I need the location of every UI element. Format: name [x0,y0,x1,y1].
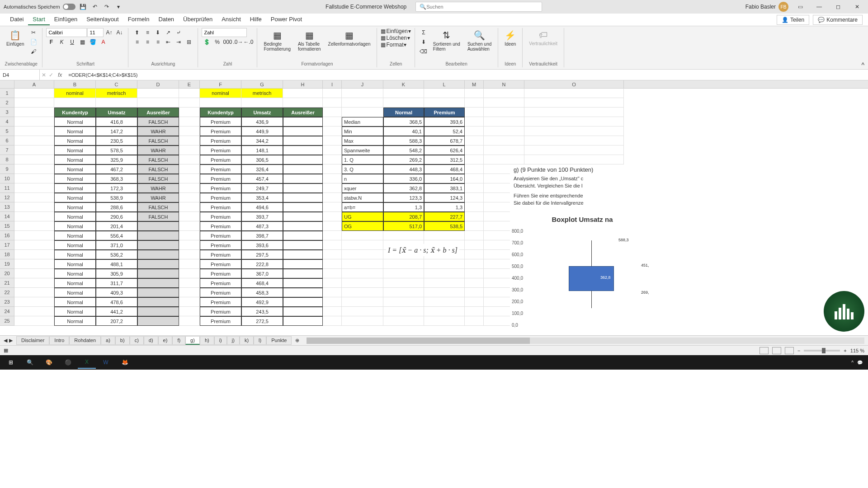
cell[interactable] [342,89,383,98]
tray-chevron-icon[interactable]: ^ [851,360,854,365]
cell[interactable] [383,259,424,269]
stat-value[interactable]: 678,7 [424,136,465,145]
ribbon-mode-icon[interactable]: ▭ [793,1,807,12]
cell[interactable] [14,221,54,231]
cell[interactable] [14,231,54,240]
cell[interactable] [14,250,54,259]
row-header[interactable]: 17 [0,240,14,250]
table-cell[interactable]: 409,3 [96,288,137,297]
name-box[interactable]: D4 [0,70,40,80]
paste-button[interactable]: 📋Einfügen [4,28,27,48]
find-select-button[interactable]: 🔍Suchen und Auswählen [465,28,494,53]
table-cell[interactable]: 371,0 [96,240,137,250]
stat-label[interactable]: 3. Q [342,164,383,174]
table-cell[interactable]: Normal [54,174,96,183]
row-header[interactable]: 11 [0,183,14,193]
cell[interactable] [179,221,200,231]
increase-decimal-icon[interactable]: .0→ [233,38,243,47]
sheet-nav-next-icon[interactable]: ▶ [9,338,13,343]
table-cell[interactable]: Normal [54,259,96,269]
table-cell[interactable]: Normal [54,250,96,259]
cell[interactable] [342,307,383,316]
fx-icon[interactable]: fx [56,72,64,78]
cell[interactable] [200,98,241,108]
cell[interactable] [241,98,283,108]
qat-more-icon[interactable]: ▾ [114,3,123,11]
row-header[interactable]: 13 [0,202,14,212]
cell[interactable] [179,316,200,326]
cell[interactable] [465,297,484,307]
table-cell[interactable]: Premium [200,117,241,127]
cell[interactable] [424,89,465,98]
table-cell[interactable]: Premium [200,155,241,164]
start-icon[interactable]: ⊞ [2,356,20,369]
fill-icon[interactable]: ⬇ [419,38,429,47]
currency-icon[interactable]: 💲 [202,38,212,47]
decrease-font-icon[interactable]: A↓ [114,28,124,37]
row-header[interactable]: 5 [0,127,14,136]
cell[interactable] [137,98,179,108]
cell[interactable] [323,202,342,212]
stat-value[interactable]: 538,5 [424,221,465,231]
stat-value[interactable]: 468,4 [424,164,465,174]
cell[interactable] [14,155,54,164]
table-cell[interactable]: Normal [54,117,96,127]
table-cell[interactable] [283,183,323,193]
align-middle-icon[interactable]: ≡ [142,28,152,37]
table-cell[interactable]: Normal [54,136,96,145]
stat-value[interactable]: 368,5 [383,117,424,127]
cell[interactable] [342,98,383,108]
stat-value[interactable]: 312,5 [424,155,465,164]
row-header[interactable]: 12 [0,193,14,202]
stat-label[interactable]: a=b= [342,202,383,212]
table-cell[interactable]: FALSCH [137,174,179,183]
table-cell[interactable]: Normal [54,212,96,221]
number-format-select[interactable] [202,28,247,37]
sheet-tab[interactable]: k) [240,336,254,345]
underline-icon[interactable]: U [67,38,77,47]
cell[interactable] [524,117,624,127]
table-cell[interactable]: Normal [54,297,96,307]
stat-value[interactable]: 383,1 [424,183,465,193]
table-cell[interactable] [137,259,179,269]
cell[interactable] [14,98,54,108]
italic-icon[interactable]: K [57,38,66,47]
table-cell[interactable] [283,193,323,202]
cell[interactable] [524,89,624,98]
table-cell[interactable] [283,212,323,221]
row-header[interactable]: 3 [0,108,14,117]
cell[interactable] [342,316,383,326]
table-cell[interactable]: Normal [54,145,96,155]
table-cell[interactable] [283,117,323,127]
row-header[interactable]: 25 [0,316,14,326]
table-cell[interactable]: Premium [200,288,241,297]
cell[interactable] [179,117,200,127]
table-cell[interactable]: Normal [54,240,96,250]
cell[interactable] [14,297,54,307]
table-cell[interactable]: Normal [54,307,96,316]
cell[interactable] [465,240,484,250]
table-cell[interactable]: 147,2 [96,127,137,136]
cell[interactable] [484,108,524,117]
table-cell[interactable]: Normal [54,127,96,136]
comma-icon[interactable]: 000 [222,38,232,47]
col-ausreisser[interactable]: Ausreißer [137,108,179,117]
notifications-icon[interactable]: 💬 [857,360,863,365]
table-cell[interactable]: Premium [200,193,241,202]
cell[interactable] [465,98,484,108]
accept-formula-icon[interactable]: ✓ [49,72,53,78]
table-cell[interactable]: Normal [54,221,96,231]
column-header[interactable]: H [283,80,323,88]
cell[interactable] [14,269,54,278]
cell[interactable] [484,89,524,98]
align-center-icon[interactable]: ≡ [142,38,152,47]
search-task-icon[interactable]: 🔍 [21,356,39,369]
table-cell[interactable] [137,240,179,250]
table-cell[interactable]: Normal [54,183,96,193]
table-cell[interactable] [283,136,323,145]
table-cell[interactable]: 353,4 [241,193,283,202]
cell[interactable] [383,307,424,316]
align-right-icon[interactable]: ≡ [153,38,163,47]
cell[interactable] [484,117,524,127]
cell[interactable] [323,221,342,231]
